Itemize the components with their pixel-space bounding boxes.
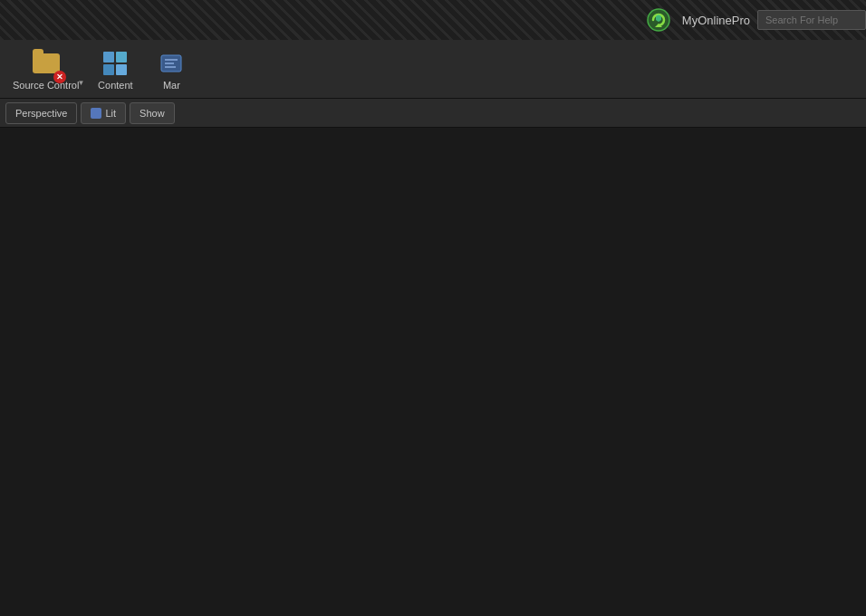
content-icon <box>99 47 131 80</box>
show-label: Show <box>140 108 165 119</box>
top-right-area: MyOnlinePro <box>642 4 866 36</box>
mar-icon <box>155 47 188 80</box>
content-label: Content <box>98 80 133 91</box>
content-button[interactable]: Content <box>88 43 142 94</box>
toolbar: ✕ Source Control ▼ Content Mar <box>0 40 866 99</box>
lit-button[interactable]: Lit <box>81 102 126 124</box>
lit-icon <box>91 108 101 119</box>
error-badge: ✕ <box>53 71 66 83</box>
dropdown-arrow-icon: ▼ <box>77 79 84 87</box>
source-control-icon: ✕ <box>30 47 63 80</box>
mar-label: Mar <box>163 80 180 91</box>
perspective-button[interactable]: Perspective <box>5 102 77 124</box>
source-control-button[interactable]: ✕ Source Control ▼ <box>5 43 86 94</box>
source-control-label: Source Control <box>13 80 79 91</box>
search-input[interactable] <box>757 10 866 30</box>
viewport-toolbar: Perspective Lit Show <box>0 99 866 128</box>
project-icon <box>642 4 675 36</box>
perspective-label: Perspective <box>15 108 67 119</box>
project-name-label: MyOnlinePro <box>675 14 757 27</box>
mar-button[interactable]: Mar <box>144 43 198 94</box>
top-bar: MyOnlinePro <box>0 0 866 40</box>
show-button[interactable]: Show <box>130 102 175 124</box>
lit-label: Lit <box>105 108 116 119</box>
